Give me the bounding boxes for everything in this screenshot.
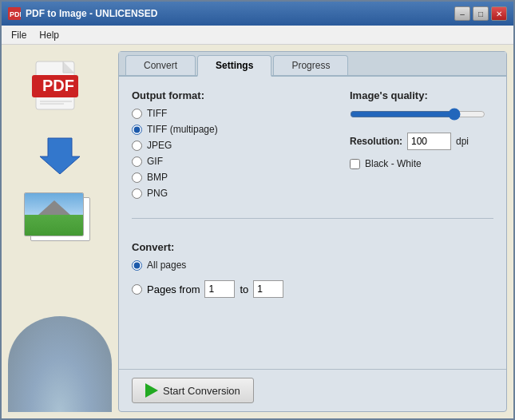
quality-label: Image's quality: [350, 89, 493, 101]
label-tiff[interactable]: TIFF [147, 108, 167, 119]
radio-png[interactable] [132, 188, 142, 199]
format-jpeg: JPEG [132, 140, 331, 151]
radio-pages-from[interactable] [132, 284, 142, 295]
close-button[interactable]: ✕ [491, 6, 507, 21]
black-white-row: Black - White [350, 158, 493, 169]
play-icon [145, 383, 158, 398]
all-pages-label[interactable]: All pages [147, 260, 186, 271]
radio-all-pages[interactable] [132, 260, 142, 271]
resolution-label: Resolution: [350, 136, 402, 147]
title-bar: PDF PDF to Image - UNLICENSED – □ ✕ [2, 2, 513, 26]
minimize-button[interactable]: – [454, 6, 470, 21]
window-title: PDF to Image - UNLICENSED [26, 8, 157, 19]
black-white-checkbox[interactable] [350, 159, 360, 169]
menu-help[interactable]: Help [33, 28, 65, 42]
format-radio-group: TIFF TIFF (multipage) JPEG [132, 108, 331, 199]
radio-tiff[interactable] [132, 109, 142, 119]
output-format-right: Image's quality: Resolution: dpi Black -… [350, 89, 493, 199]
label-png[interactable]: PNG [147, 188, 168, 199]
format-png: PNG [132, 188, 331, 199]
pages-radio-group: All pages Pages from to [132, 260, 493, 298]
output-format-label: Output format: [132, 89, 331, 101]
start-button-label: Start Conversion [163, 385, 240, 397]
quality-slider[interactable] [350, 108, 485, 121]
pages-from-row: Pages from to [132, 280, 493, 298]
pdf-icon: PDF [28, 57, 92, 121]
black-white-label[interactable]: Black - White [365, 158, 422, 169]
dpi-label: dpi [456, 136, 469, 147]
pages-from-label[interactable]: Pages from [147, 283, 200, 295]
app-icon: PDF [8, 7, 21, 20]
settings-content: Output format: TIFF TIFF (multipage) [119, 77, 506, 369]
svg-text:PDF: PDF [42, 77, 74, 94]
convert-label: Convert: [132, 241, 493, 253]
photo-ground [25, 215, 83, 236]
label-jpeg[interactable]: JPEG [147, 140, 172, 151]
window-controls: – □ ✕ [454, 6, 507, 21]
output-format-section: Output format: TIFF TIFF (multipage) [132, 89, 493, 199]
radio-gif[interactable] [132, 157, 142, 167]
tab-convert[interactable]: Convert [125, 55, 196, 75]
all-pages-item: All pages [132, 260, 493, 271]
bottom-bar: Start Conversion [119, 369, 506, 411]
start-conversion-button[interactable]: Start Conversion [132, 378, 254, 403]
resolution-input[interactable] [407, 133, 451, 150]
pages-to-input[interactable] [253, 280, 283, 298]
label-gif[interactable]: GIF [147, 156, 163, 167]
convert-section: Convert: All pages Pages from to [132, 241, 493, 298]
pages-from-input[interactable] [204, 280, 235, 298]
right-panel: Convert Settings Progress Output format:… [118, 51, 507, 412]
menu-bar: File Help [2, 26, 513, 45]
radio-bmp[interactable] [132, 172, 142, 183]
divider [132, 218, 493, 219]
photo-front [24, 192, 84, 236]
label-tiff-multi[interactable]: TIFF (multipage) [147, 124, 218, 135]
pages-to-label: to [240, 283, 248, 295]
format-bmp: BMP [132, 172, 331, 183]
photos-icon [24, 189, 96, 241]
radio-tiff-multi[interactable] [132, 125, 142, 135]
format-tiff: TIFF [132, 108, 331, 119]
tab-settings[interactable]: Settings [197, 55, 271, 77]
tabs: Convert Settings Progress [119, 52, 506, 77]
resolution-row: Resolution: dpi [350, 133, 493, 150]
output-format-left: Output format: TIFF TIFF (multipage) [132, 89, 331, 199]
format-gif: GIF [132, 156, 331, 167]
globe-background [8, 316, 112, 412]
svg-marker-10 [40, 138, 80, 174]
tab-progress[interactable]: Progress [273, 55, 348, 75]
maximize-button[interactable]: □ [473, 6, 489, 21]
sidebar: PDF [8, 51, 112, 412]
content-area: PDF [2, 45, 513, 418]
label-bmp[interactable]: BMP [147, 172, 168, 183]
svg-text:PDF: PDF [10, 10, 21, 18]
format-tiff-multi: TIFF (multipage) [132, 124, 331, 135]
radio-jpeg[interactable] [132, 141, 142, 151]
quality-section: Image's quality: [350, 89, 493, 123]
title-bar-left: PDF PDF to Image - UNLICENSED [8, 7, 157, 20]
down-arrow-icon [40, 134, 80, 176]
app-window: PDF PDF to Image - UNLICENSED – □ ✕ File… [0, 0, 515, 420]
photo-mountain [38, 200, 70, 215]
menu-file[interactable]: File [5, 28, 33, 42]
